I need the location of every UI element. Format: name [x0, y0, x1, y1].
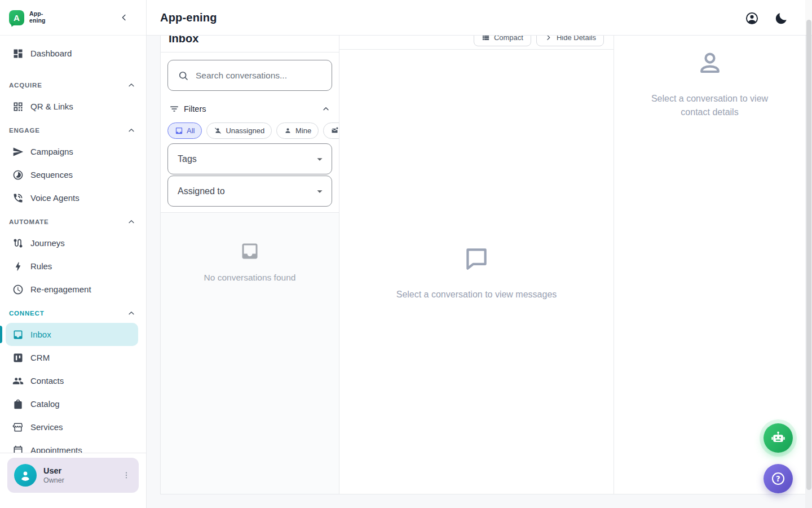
sidebar-header: A App- ening — [0, 0, 146, 36]
filters-header[interactable]: Filters — [161, 103, 339, 115]
chip-label: Mine — [295, 126, 311, 135]
user-menu-kebab-icon[interactable] — [120, 468, 133, 482]
person-off-icon — [214, 126, 222, 135]
filter-chip-mine[interactable]: Mine — [276, 122, 319, 139]
sidebar-item-re-engagement[interactable]: Re-engagement — [6, 278, 138, 301]
sidebar-section-engage[interactable]: ENGAGE — [9, 126, 136, 135]
view-list-icon — [482, 36, 490, 42]
select-contact-line-2: contact details — [614, 106, 805, 119]
sidebar-item-appointments[interactable]: Appointments — [6, 439, 138, 453]
sidebar-section-automate[interactable]: AUTOMATE — [9, 217, 136, 226]
filter-chip-all[interactable]: All — [167, 122, 202, 139]
logo-text: App- ening — [29, 11, 46, 24]
sidebar-item-label: Dashboard — [30, 49, 72, 58]
sidebar-item-rules[interactable]: Rules — [6, 255, 138, 278]
conversations-panel-header: Inbox — [161, 36, 339, 52]
person-icon — [18, 468, 33, 483]
inbox-title: Inbox — [169, 36, 331, 45]
tags-select-label: Tags — [178, 154, 314, 164]
assigned-select-label: Assigned to — [178, 186, 314, 196]
sidebar-item-contacts[interactable]: Contacts — [6, 369, 138, 392]
tags-select[interactable]: Tags — [167, 143, 332, 174]
section-label: AUTOMATE — [9, 218, 49, 225]
select-contact-text: Select a conversation to view contact de… — [614, 92, 805, 119]
sidebar-item-services[interactable]: Services — [6, 415, 138, 439]
section-label: ACQUIRE — [9, 82, 42, 89]
hide-details-button-label: Hide Details — [557, 36, 596, 42]
bolt-icon — [12, 261, 24, 272]
send-icon — [12, 146, 24, 157]
chat-bubble-icon — [462, 244, 491, 273]
filters-label: Filters — [184, 104, 206, 113]
inbox-empty-icon — [240, 241, 260, 261]
inbox-icon — [175, 126, 183, 135]
sidebar: A App- ening Dashboard ACQUIRE QR & Link… — [0, 0, 147, 508]
dashboard-icon — [12, 48, 24, 59]
search-icon — [178, 70, 189, 81]
sidebar-item-journeys[interactable]: Journeys — [6, 231, 138, 255]
sidebar-item-label: Catalog — [30, 399, 60, 409]
kanban-icon — [12, 352, 24, 364]
sidebar-item-label: CRM — [30, 353, 50, 362]
dark-mode-moon-icon[interactable] — [774, 11, 789, 25]
sidebar-item-label: Journeys — [30, 238, 65, 248]
sidebar-item-catalog[interactable]: Catalog — [6, 392, 138, 415]
sidebar-item-dashboard[interactable]: Dashboard — [6, 42, 138, 65]
account-circle-icon[interactable] — [745, 11, 760, 25]
scrollbar-thumb[interactable] — [806, 20, 811, 490]
sidebar-item-qr-links[interactable]: QR & Links — [6, 95, 138, 118]
mail-unread-icon — [330, 126, 339, 135]
sidebar-item-label: Campaigns — [30, 147, 73, 156]
user-meta: User Owner — [43, 466, 120, 484]
assigned-to-select[interactable]: Assigned to — [167, 176, 332, 207]
sidebar-item-voice-agents[interactable]: Voice Agents — [6, 186, 138, 209]
search-conversations-box — [167, 60, 332, 91]
dropdown-caret-icon — [314, 153, 332, 165]
timelapse-icon — [12, 169, 24, 181]
chevron-up-icon — [127, 81, 136, 90]
ai-assistant-fab[interactable] — [764, 423, 793, 453]
sidebar-section-acquire[interactable]: ACQUIRE — [9, 81, 136, 90]
app-logo-icon: A — [9, 10, 24, 25]
chip-label: Unassigned — [226, 126, 264, 135]
user-name: User — [43, 466, 120, 475]
compact-button[interactable]: Compact — [474, 36, 531, 46]
select-conversation-text: Select a conversation to view messages — [396, 290, 557, 300]
sidebar-item-campaigns[interactable]: Campaigns — [6, 140, 138, 163]
sidebar-item-crm[interactable]: CRM — [6, 346, 138, 369]
conversations-panel: Inbox Filters All Unassigned — [160, 36, 339, 494]
app-header: App-ening — [147, 0, 812, 36]
filter-chip-unassigned[interactable]: Unassigned — [206, 122, 272, 139]
no-conversations-text: No conversations found — [161, 273, 339, 283]
robot-icon — [770, 430, 786, 446]
messages-panel: Compact Hide Details Select a conversati… — [339, 36, 614, 494]
main-content: Inbox Filters All Unassigned — [147, 36, 812, 508]
logo-line-2: ening — [29, 17, 46, 24]
inbox-icon — [12, 329, 24, 340]
user-card[interactable]: User Owner — [7, 458, 139, 493]
sidebar-section-connect[interactable]: CONNECT — [9, 309, 136, 318]
sidebar-nav: Dashboard ACQUIRE QR & Links ENGAGE Camp… — [0, 36, 146, 453]
sidebar-collapse-button[interactable] — [119, 12, 129, 23]
page-title: App-ening — [160, 11, 217, 24]
chevron-up-icon — [127, 309, 136, 318]
dropdown-caret-icon — [314, 185, 332, 198]
sidebar-item-label: Rules — [30, 261, 52, 271]
sidebar-item-label: Appointments — [30, 445, 82, 453]
sidebar-item-sequences[interactable]: Sequences — [6, 163, 138, 186]
sidebar-item-label: Inbox — [30, 330, 51, 339]
person-outline-icon — [696, 49, 724, 77]
section-label: ENGAGE — [9, 127, 40, 134]
compact-button-label: Compact — [494, 36, 523, 42]
phone-in-talk-icon — [12, 192, 24, 204]
sidebar-item-label: QR & Links — [30, 102, 73, 111]
help-fab[interactable]: ? — [764, 464, 793, 493]
chevron-right-icon — [544, 36, 553, 42]
section-label: CONNECT — [9, 310, 45, 317]
sidebar-item-inbox[interactable]: Inbox — [6, 323, 138, 346]
chevron-up-icon — [127, 217, 136, 226]
search-input[interactable] — [196, 71, 332, 81]
route-icon — [12, 238, 24, 249]
filter-chip-unread[interactable]: Unread — [323, 122, 339, 139]
hide-details-button[interactable]: Hide Details — [536, 36, 604, 46]
